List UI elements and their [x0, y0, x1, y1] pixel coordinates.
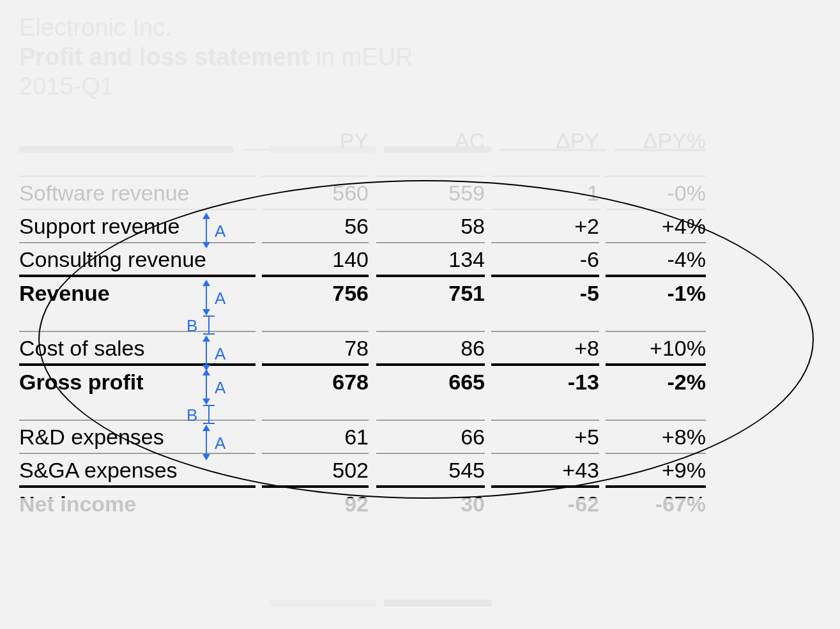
cell-dpy: -6 — [491, 242, 599, 275]
cell-dpypct: +9% — [606, 453, 706, 485]
row-label: R&D expenses — [19, 420, 256, 452]
cell-py: 78 — [262, 331, 369, 363]
cell-ac: 665 — [376, 363, 485, 397]
col-header-dpypct: ΔPY% — [606, 120, 706, 153]
cell-ac: 30 — [376, 485, 485, 519]
table-header-row: PY AC ΔPY ΔPY% — [19, 120, 706, 153]
col-header-ac: AC — [376, 120, 491, 153]
table-row: S&GA expenses 502 545 +43 +9% — [19, 452, 706, 485]
row-label: Support revenue — [19, 209, 256, 241]
footer-bar-ac — [384, 600, 491, 607]
row-label: S&GA expenses — [19, 453, 256, 485]
cell-dpypct: +4% — [606, 209, 706, 241]
table-row: Cost of sales 78 86 +8 +10% — [19, 330, 706, 363]
cell-dpy: +8 — [491, 331, 599, 363]
cell-dpy: -62 — [491, 485, 599, 519]
period-label: 2015-Q1 — [19, 72, 413, 101]
col-header-item — [19, 120, 262, 153]
cell-ac: 58 — [376, 209, 485, 241]
cell-ac: 751 — [376, 275, 485, 308]
table-row: Support revenue 56 58 +2 +4% — [19, 208, 706, 241]
row-label: Net income — [19, 485, 256, 519]
table-row-sum: Revenue 756 751 -5 -1% — [19, 275, 706, 308]
cell-py: 756 — [262, 275, 369, 308]
cell-dpypct: -67% — [606, 485, 706, 519]
row-label: Revenue — [19, 275, 256, 308]
cell-py: 678 — [262, 363, 369, 397]
cell-dpypct: +10% — [606, 331, 706, 363]
cell-py: 140 — [262, 242, 369, 275]
cell-ac: 66 — [376, 420, 485, 452]
cell-dpy: +2 — [491, 209, 599, 241]
cell-py: 56 — [262, 209, 369, 241]
cell-dpypct: -0% — [606, 176, 706, 208]
cell-ac: 545 — [376, 453, 485, 485]
cell-ac: 559 — [376, 176, 485, 208]
cell-py: 502 — [262, 453, 369, 485]
table-row-sum: Gross profit 678 665 -13 -2% — [19, 363, 706, 397]
statement-unit: in mEUR — [316, 43, 413, 70]
cell-py: 560 — [262, 176, 369, 208]
cell-dpypct: -1% — [606, 275, 706, 308]
footer-bar-py — [270, 600, 376, 607]
row-label: Consulting revenue — [19, 242, 256, 275]
company-name: Electronic Inc. — [19, 13, 413, 42]
col-header-dpy: ΔPY — [491, 120, 606, 153]
cell-dpy: +43 — [491, 453, 599, 485]
cell-ac: 134 — [376, 242, 485, 275]
row-label: Software revenue — [19, 176, 256, 208]
table-row-sum: Net income 92 30 -62 -67% — [19, 485, 706, 519]
cell-dpypct: -4% — [606, 242, 706, 275]
table-row: Software revenue 560 559 -1 -0% — [19, 175, 706, 208]
row-label: Gross profit — [19, 363, 256, 397]
table-row: R&D expenses 61 66 +5 +8% — [19, 419, 706, 452]
col-header-py: PY — [262, 120, 376, 153]
cell-py: 61 — [262, 420, 369, 452]
cell-dpy: +5 — [491, 420, 599, 452]
cell-dpypct: -2% — [606, 363, 706, 397]
cell-dpy: -13 — [491, 363, 599, 397]
statement-title: Profit and loss statement — [19, 43, 309, 70]
row-label: Cost of sales — [19, 331, 256, 363]
table-row: Consulting revenue 140 134 -6 -4% — [19, 241, 706, 275]
cell-py: 92 — [262, 485, 369, 519]
pl-table: PY AC ΔPY ΔPY% Software revenue 560 559 … — [19, 120, 706, 519]
cell-dpypct: +8% — [606, 420, 706, 452]
cell-dpy: -5 — [491, 275, 599, 308]
cell-dpy: -1 — [491, 176, 599, 208]
cell-ac: 86 — [376, 331, 485, 363]
